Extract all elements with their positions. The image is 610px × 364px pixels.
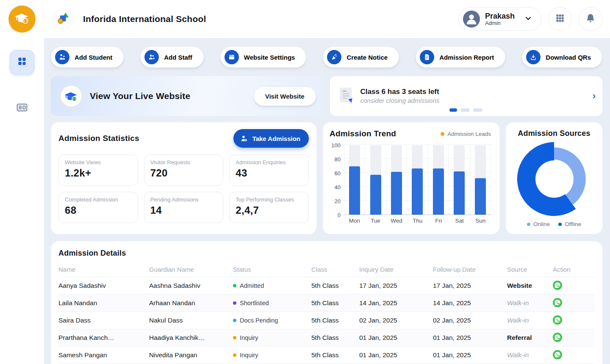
quick-action-label: Download QRs bbox=[546, 54, 591, 61]
main-content: Add StudentAdd StaffWebsite SettingsCrea… bbox=[44, 38, 610, 364]
page-title: Inforida International School bbox=[83, 14, 206, 24]
carousel-dot-2[interactable] bbox=[460, 108, 470, 112]
cell-source: Website bbox=[507, 282, 553, 290]
cell-name: Aanya Sadashiv bbox=[58, 282, 149, 290]
stat-value: 720 bbox=[150, 167, 217, 179]
bar-tue bbox=[370, 175, 381, 215]
visit-website-button[interactable]: Visit Website bbox=[254, 87, 316, 106]
cell-inquiry-date: 17 Jan, 2025 bbox=[359, 282, 433, 290]
cell-status: Admitted bbox=[233, 282, 311, 289]
cell-followup-date: 02 Jan, 2025 bbox=[433, 317, 507, 324]
sidebar bbox=[0, 0, 44, 364]
admission-report-icon bbox=[420, 50, 434, 64]
quick-action-admission-report[interactable]: Admission Report bbox=[416, 47, 505, 68]
bar-fri bbox=[433, 168, 444, 215]
column-header-follow-up-date: Follow-up Date bbox=[433, 266, 507, 273]
admission-sources-panel: Admission Sources OnlineOffline bbox=[506, 122, 602, 234]
gridline bbox=[344, 144, 491, 145]
sidebar-item-dashboard[interactable] bbox=[10, 50, 34, 74]
donut-chart bbox=[516, 141, 593, 219]
bar-sun bbox=[475, 178, 486, 215]
cell-name: Prarthana Kanch… bbox=[58, 334, 149, 342]
legend-dot bbox=[441, 132, 444, 136]
user-role: Admin bbox=[485, 20, 515, 26]
table-row: Aanya SadashivAashna SadashivAdmitted5th… bbox=[58, 277, 595, 295]
live-website-banner: View Your Live Website Visit Website bbox=[51, 76, 324, 116]
notice-next-chevron-icon[interactable]: › bbox=[593, 91, 596, 101]
whatsapp-button[interactable] bbox=[553, 315, 562, 326]
add-staff-icon bbox=[144, 50, 159, 64]
bar-column-sat bbox=[449, 145, 469, 215]
whatsapp-button[interactable] bbox=[553, 298, 562, 309]
status-dot bbox=[233, 284, 236, 287]
x-axis-label: Mon bbox=[344, 218, 365, 224]
stat-card-admission-enquiries: Admission Enquiries43 bbox=[229, 154, 309, 186]
stat-label: Visitor Requests bbox=[150, 159, 217, 165]
notifications-button[interactable] bbox=[579, 7, 602, 31]
y-axis-tick: 0 bbox=[338, 212, 341, 218]
admission-statistics-title: Admission Statistics bbox=[58, 134, 139, 143]
status-dot bbox=[233, 336, 236, 339]
quick-action-website-settings[interactable]: Website Settings bbox=[220, 47, 307, 68]
carousel-dot-3[interactable] bbox=[473, 108, 482, 112]
x-axis-label: Wed bbox=[386, 218, 407, 224]
live-website-cap-icon bbox=[60, 85, 82, 107]
admission-statistics-panel: Admission Statistics Take Admission Webs… bbox=[51, 122, 316, 234]
cell-followup-date: 17 Jan, 2025 bbox=[433, 282, 507, 290]
donut-legend: OnlineOffline bbox=[527, 221, 581, 227]
bar-column-tue bbox=[365, 145, 385, 215]
table-row: Prarthana Kanch…Haadiya Kanchik…Inquiry5… bbox=[58, 329, 595, 347]
quick-action-label: Add Student bbox=[75, 54, 112, 61]
whatsapp-icon bbox=[553, 298, 562, 309]
column-header-guardian-name: Guardian Name bbox=[149, 266, 233, 273]
stat-label: Pending Admssions bbox=[150, 196, 217, 203]
cell-class: 5th Class bbox=[311, 317, 359, 324]
stat-value: 14 bbox=[150, 204, 217, 216]
graduation-cap-icon bbox=[14, 10, 30, 28]
bar-mon bbox=[349, 166, 360, 215]
quick-action-add-student[interactable]: Add Student bbox=[51, 47, 124, 68]
stat-label: Top Performing Classes bbox=[236, 196, 302, 203]
cell-action bbox=[553, 281, 595, 291]
cell-status: Shortlisted bbox=[233, 300, 311, 306]
cell-followup-date: 01 Jan, 2025 bbox=[433, 351, 507, 359]
notice-title: Class 6 has 3 seats left bbox=[360, 87, 440, 97]
sidebar-item-admission-cards[interactable] bbox=[15, 101, 29, 116]
carousel-dot-1[interactable] bbox=[449, 108, 457, 112]
stat-label: Admission Enquiries bbox=[236, 159, 302, 165]
quick-action-add-staff[interactable]: Add Staff bbox=[140, 47, 204, 68]
apps-grid-button[interactable] bbox=[548, 7, 572, 31]
whatsapp-button[interactable] bbox=[553, 350, 562, 361]
admission-trend-panel: Admission Trend Admission Leads 02040608… bbox=[323, 122, 499, 234]
status-dot bbox=[233, 353, 236, 357]
cell-name: Samesh Pangan bbox=[58, 351, 149, 359]
cell-inquiry-date: 14 Jan, 2025 bbox=[359, 299, 433, 307]
whatsapp-button[interactable] bbox=[553, 333, 562, 343]
column-header-inquiry-date: Inquiry Date bbox=[359, 266, 433, 273]
quick-action-label: Website Settings bbox=[244, 54, 295, 61]
cell-guardian-name: Arhaan Nandan bbox=[149, 299, 233, 307]
cell-action bbox=[553, 350, 595, 361]
cell-status: Docs Pending bbox=[233, 317, 311, 324]
x-axis-label: Sat bbox=[449, 218, 470, 224]
dashboard-grid-icon bbox=[17, 56, 28, 69]
quick-action-create-notice[interactable]: Create Notice bbox=[323, 47, 399, 68]
whatsapp-icon bbox=[553, 350, 562, 361]
notice-document-icon bbox=[338, 87, 354, 105]
whatsapp-icon bbox=[553, 315, 562, 326]
quick-action-download-qrs[interactable]: Download QRs bbox=[522, 47, 602, 68]
stat-label: Website Views bbox=[65, 159, 132, 165]
take-admission-button[interactable]: Take Admission bbox=[233, 129, 309, 148]
notice-carousel-card: Class 6 has 3 seats left consider closin… bbox=[330, 76, 603, 116]
quick-action-label: Admission Report bbox=[439, 54, 494, 61]
bar-sat bbox=[454, 171, 465, 215]
quick-action-label: Add Staff bbox=[164, 54, 192, 61]
school-logo bbox=[53, 9, 74, 29]
bar-thu bbox=[412, 168, 423, 215]
cell-inquiry-date: 01 Jan, 2025 bbox=[359, 334, 433, 342]
whatsapp-button[interactable] bbox=[553, 281, 562, 291]
user-menu[interactable]: Prakash Admin bbox=[458, 7, 541, 31]
shapes-logo-icon bbox=[57, 12, 70, 26]
cell-class: 5th Class bbox=[311, 334, 359, 342]
y-axis-tick: 60 bbox=[335, 170, 341, 176]
